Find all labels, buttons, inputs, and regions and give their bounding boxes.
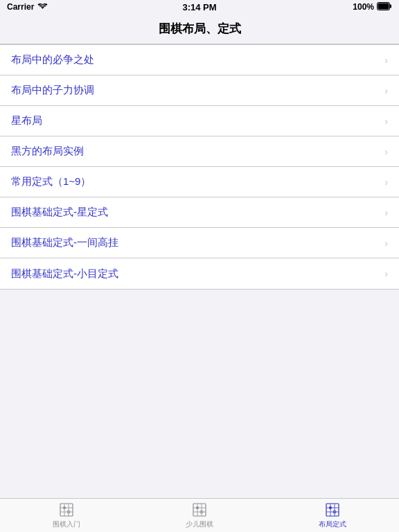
svg-rect-10 (193, 504, 206, 516)
weiqi-intro-icon (58, 502, 75, 518)
wifi-icon (37, 2, 48, 12)
tab-joseki[interactable]: 布局定式 (266, 499, 399, 532)
list-item[interactable]: 星布局 › (0, 106, 399, 136)
tab-label-joseki: 布局定式 (319, 520, 346, 529)
list-item[interactable]: 黑方的布局实例 › (0, 136, 399, 167)
chevron-right-icon: › (384, 177, 388, 188)
svg-point-22 (329, 506, 332, 509)
status-left: Carrier (7, 2, 48, 12)
nav-bar: 围棋布局、定式 (0, 14, 399, 44)
chevron-right-icon: › (384, 238, 388, 249)
list-item[interactable]: 围棋基础定式-小目定式 › (0, 258, 399, 289)
battery-icon (377, 2, 392, 12)
list-item-label: 围棋基础定式-一间高挂 (11, 236, 118, 249)
tab-weiqi-intro[interactable]: 围棋入门 (0, 499, 133, 532)
content-area: 布局中的必争之处 › 布局中的子力协调 › 星布局 › 黑方的布局实例 › 常用… (0, 44, 399, 498)
list-item-label: 围棋基础定式-小目定式 (11, 267, 118, 281)
chevron-right-icon: › (384, 116, 388, 127)
chevron-right-icon: › (384, 207, 388, 218)
svg-point-15 (196, 506, 199, 509)
svg-rect-1 (378, 3, 389, 9)
battery-percent: 100% (353, 2, 374, 12)
svg-point-8 (63, 506, 66, 509)
list-item-label: 黑方的布局实例 (11, 145, 84, 158)
tab-junior-go[interactable]: 少儿围棋 (133, 499, 266, 532)
list-item-label: 星布局 (11, 114, 42, 127)
list-item-label: 布局中的子力协调 (11, 84, 94, 97)
chevron-right-icon: › (384, 55, 388, 66)
status-bar: Carrier 3:14 PM 100% (0, 0, 399, 14)
list-item[interactable]: 围棋基础定式-星定式 › (0, 197, 399, 228)
list-item-label: 围棋基础定式-星定式 (11, 206, 108, 219)
chevron-right-icon: › (384, 268, 388, 279)
menu-list: 布局中的必争之处 › 布局中的子力协调 › 星布局 › 黑方的布局实例 › 常用… (0, 44, 399, 290)
list-item[interactable]: 围棋基础定式-一间高挂 › (0, 228, 399, 258)
tab-label-weiqi-intro: 围棋入门 (53, 520, 80, 529)
status-right: 100% (353, 2, 392, 12)
chevron-right-icon: › (384, 85, 388, 96)
list-item[interactable]: 布局中的子力协调 › (0, 76, 399, 106)
list-item-label: 常用定式（1~9） (11, 175, 91, 188)
list-item[interactable]: 布局中的必争之处 › (0, 45, 399, 76)
svg-rect-2 (390, 4, 392, 8)
junior-go-icon (191, 502, 208, 518)
status-time: 3:14 PM (182, 2, 216, 12)
tab-label-junior-go: 少儿围棋 (186, 520, 213, 529)
nav-title: 围棋布局、定式 (159, 21, 241, 37)
joseki-icon (324, 502, 341, 518)
tab-bar: 围棋入门 少儿围棋 布局 (0, 498, 399, 532)
list-item[interactable]: 常用定式（1~9） › (0, 167, 399, 197)
list-item-label: 布局中的必争之处 (11, 53, 94, 66)
carrier-label: Carrier (7, 2, 34, 12)
svg-rect-3 (60, 504, 73, 516)
chevron-right-icon: › (384, 146, 388, 157)
svg-rect-17 (326, 504, 339, 516)
